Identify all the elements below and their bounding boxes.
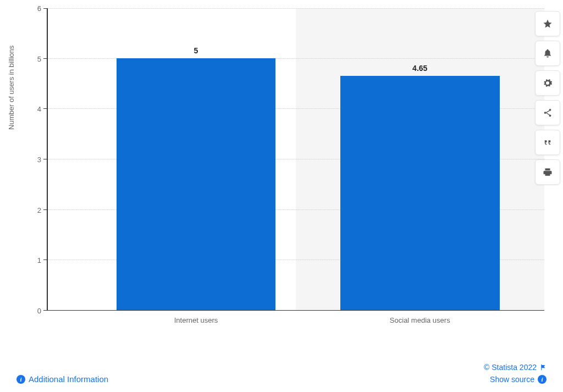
- show-source-link[interactable]: Show source i: [490, 375, 547, 384]
- additional-info-link[interactable]: i Additional Information: [16, 374, 108, 384]
- y-tick-label: 5: [37, 54, 41, 63]
- bar-internet-users[interactable]: 5: [117, 58, 276, 310]
- copyright-label: © Statista 2022: [484, 363, 537, 372]
- share-button[interactable]: [535, 100, 560, 125]
- bar-value-label: 4.65: [340, 64, 500, 73]
- bell-icon: [543, 48, 553, 58]
- quote-icon: [543, 137, 553, 147]
- y-tick-label: 0: [37, 307, 41, 315]
- y-tick-label: 4: [37, 105, 41, 113]
- y-tick-label: 2: [37, 206, 41, 214]
- bell-button[interactable]: [535, 41, 560, 66]
- share-icon: [543, 108, 553, 118]
- info-icon: i: [538, 375, 547, 384]
- gear-icon: [543, 78, 553, 88]
- svg-point-0: [544, 112, 547, 114]
- star-button[interactable]: [535, 11, 560, 36]
- plot-area: 0 1 2 3 4 5 6 5 4.65 Internet users Soci…: [47, 8, 544, 311]
- bar-value-label: 5: [117, 46, 276, 55]
- print-button[interactable]: [535, 159, 560, 185]
- info-icon: i: [16, 375, 25, 384]
- show-source-label: Show source: [490, 375, 534, 384]
- y-axis-label: Number of users in billions: [7, 46, 15, 130]
- side-toolbar: [535, 11, 560, 185]
- y-tick-label: 1: [37, 256, 41, 264]
- chart-container: Number of users in billions 0 1 2 3 4 5 …: [16, 3, 544, 344]
- copyright-link[interactable]: © Statista 2022: [484, 363, 547, 372]
- y-axis: [47, 8, 48, 311]
- additional-info-label: Additional Information: [29, 374, 108, 384]
- bar-social-media-users[interactable]: 4.65: [340, 76, 500, 310]
- gridline: [47, 8, 544, 9]
- y-tick-label: 6: [37, 4, 41, 13]
- settings-button[interactable]: [535, 70, 560, 96]
- quote-button[interactable]: [535, 130, 560, 155]
- right-links: © Statista 2022 Show source i: [484, 363, 547, 384]
- x-tick-label: Internet users: [174, 316, 218, 324]
- flag-icon: [540, 364, 547, 371]
- y-tick-label: 3: [37, 156, 41, 164]
- footer: i Additional Information © Statista 2022…: [16, 356, 547, 384]
- print-icon: [543, 167, 553, 177]
- x-tick-label: Social media users: [390, 316, 450, 324]
- x-axis: [47, 310, 544, 311]
- star-icon: [543, 19, 553, 29]
